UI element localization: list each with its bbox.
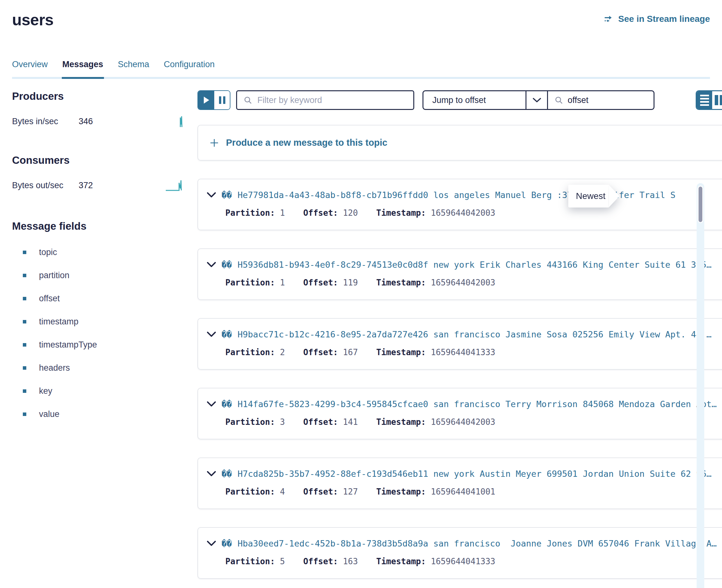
newest-tooltip: Newest bbox=[568, 185, 619, 208]
keyword-filter-input[interactable] bbox=[257, 96, 407, 105]
list-view-button[interactable] bbox=[697, 91, 712, 109]
tab-messages[interactable]: Messages bbox=[62, 60, 103, 69]
message-key-bytes: �� bbox=[222, 330, 232, 339]
message-row[interactable]: �� H7cda825b-35b7-4952-88ef-c193d546eb11… bbox=[198, 458, 722, 509]
partition-value: 1 bbox=[280, 278, 285, 287]
field-item-partition[interactable]: partition bbox=[23, 271, 198, 280]
offset-label: Offset: bbox=[303, 208, 338, 218]
square-bullet-icon bbox=[23, 343, 26, 346]
pause-button[interactable] bbox=[214, 91, 230, 109]
offset-label: Offset: bbox=[303, 348, 338, 357]
keyword-filter[interactable] bbox=[236, 90, 414, 110]
message-key-bytes: �� bbox=[222, 190, 232, 200]
partition-value: 5 bbox=[280, 556, 285, 566]
timestamp-value: 1659644042003 bbox=[431, 278, 495, 287]
offset-search-input[interactable] bbox=[568, 96, 655, 105]
message-value-preview: Hba30eed7-1edc-452b-8b1a-738d3b5d8a9a sa… bbox=[238, 539, 717, 548]
consumers-heading: Consumers bbox=[12, 154, 198, 166]
offset-value: 167 bbox=[343, 348, 358, 357]
message-key-bytes: �� bbox=[222, 539, 232, 548]
tab-overview[interactable]: Overview bbox=[12, 60, 48, 69]
message-value-preview: H7cda825b-35b7-4952-88ef-c193d546eb11 ne… bbox=[238, 469, 717, 479]
search-icon bbox=[243, 96, 252, 105]
page-title: users bbox=[12, 11, 54, 29]
pause-icon bbox=[219, 96, 221, 104]
produce-message-button[interactable]: Produce a new message to this topic bbox=[198, 125, 722, 161]
partition-label: Partition: bbox=[225, 556, 275, 566]
play-button[interactable] bbox=[198, 91, 214, 109]
newest-tooltip-label: Newest bbox=[568, 185, 608, 208]
bytes-in-label: Bytes in/sec bbox=[12, 117, 79, 126]
message-key-bytes: �� bbox=[222, 469, 232, 479]
view-mode-toggle bbox=[696, 90, 722, 110]
message-row[interactable]: �� Hba30eed7-1edc-452b-8b1a-738d3b5d8a9a… bbox=[198, 527, 722, 579]
partition-value: 4 bbox=[280, 487, 285, 497]
message-row[interactable]: �� He77981da-4a43-48ab-b8f8-cb71b96ffdd0… bbox=[198, 179, 722, 230]
message-row[interactable]: �� H14fa67fe-5823-4299-b3c4-595845cfcae0… bbox=[198, 388, 722, 439]
page-header: users See in Stream lineage bbox=[12, 0, 710, 29]
timestamp-value: 1659644042003 bbox=[431, 417, 495, 427]
field-item-timestampType[interactable]: timestampType bbox=[23, 340, 198, 350]
tab-schema[interactable]: Schema bbox=[118, 60, 149, 69]
offset-value: 127 bbox=[343, 487, 358, 497]
field-item-value[interactable]: value bbox=[23, 409, 198, 419]
bytes-out-label: Bytes out/sec bbox=[12, 181, 79, 190]
messages-scrollbar-track[interactable] bbox=[697, 183, 704, 588]
field-item-topic[interactable]: topic bbox=[23, 248, 198, 257]
partition-label: Partition: bbox=[225, 487, 275, 497]
square-bullet-icon bbox=[23, 251, 26, 254]
column-view-button[interactable] bbox=[712, 91, 722, 109]
offset-search-field[interactable] bbox=[547, 91, 654, 109]
partition-value: 3 bbox=[280, 417, 285, 427]
expand-chevron-icon[interactable] bbox=[207, 192, 216, 198]
message-row[interactable]: �� H9bacc71c-b12c-4216-8e95-2a7da727e426… bbox=[198, 318, 722, 370]
offset-value: 120 bbox=[343, 208, 358, 218]
producers-heading: Producers bbox=[12, 90, 198, 102]
metrics-sidebar: Producers Bytes in/sec 346 Consumers Byt… bbox=[12, 90, 198, 588]
messages-scrollbar-thumb[interactable] bbox=[698, 186, 703, 223]
offset-label: Offset: bbox=[303, 417, 338, 427]
field-item-key[interactable]: key bbox=[23, 386, 198, 396]
expand-chevron-icon[interactable] bbox=[207, 262, 216, 267]
play-icon bbox=[204, 97, 209, 104]
offset-label: Offset: bbox=[303, 487, 338, 497]
chevron-down-icon[interactable] bbox=[525, 91, 547, 109]
partition-label: Partition: bbox=[225, 417, 275, 427]
bytes-in-sparkline bbox=[176, 114, 185, 128]
expand-chevron-icon[interactable] bbox=[207, 401, 216, 407]
message-value-preview: H5936db81-b943-4e0f-8c29-74513e0c0d8f ne… bbox=[238, 260, 717, 270]
expand-chevron-icon[interactable] bbox=[207, 332, 216, 337]
partition-value: 2 bbox=[280, 348, 285, 357]
bytes-in-metric: Bytes in/sec 346 bbox=[12, 114, 198, 128]
offset-value: 141 bbox=[343, 417, 358, 427]
search-icon bbox=[554, 96, 563, 105]
list-view-icon bbox=[700, 95, 709, 96]
tab-bar: Overview Messages Schema Configuration bbox=[12, 60, 710, 79]
offset-value: 163 bbox=[343, 556, 358, 566]
square-bullet-icon bbox=[23, 320, 26, 323]
message-row[interactable]: �� H5936db81-b943-4e0f-8c29-74513e0c0d8f… bbox=[198, 248, 722, 300]
field-item-timestamp[interactable]: timestamp bbox=[23, 317, 198, 327]
square-bullet-icon bbox=[23, 274, 26, 277]
see-in-stream-lineage-link[interactable]: See in Stream lineage bbox=[604, 14, 710, 24]
field-item-offset[interactable]: offset bbox=[23, 294, 198, 303]
timestamp-label: Timestamp: bbox=[376, 556, 426, 566]
partition-label: Partition: bbox=[225, 278, 275, 287]
timestamp-value: 1659644041333 bbox=[431, 348, 495, 357]
message-value-preview: H14fa67fe-5823-4299-b3c4-595845cfcae0 sa… bbox=[238, 399, 717, 409]
messages-panel: Jump to offset bbox=[198, 90, 722, 588]
expand-chevron-icon[interactable] bbox=[207, 471, 216, 477]
tab-configuration[interactable]: Configuration bbox=[164, 60, 215, 69]
jump-to-offset-select[interactable]: Jump to offset bbox=[424, 91, 525, 109]
square-bullet-icon bbox=[23, 390, 26, 393]
partition-value: 1 bbox=[280, 208, 285, 218]
expand-chevron-icon[interactable] bbox=[207, 541, 216, 546]
square-bullet-icon bbox=[23, 366, 26, 370]
field-item-headers[interactable]: headers bbox=[23, 363, 198, 373]
stream-lineage-icon bbox=[604, 15, 615, 23]
partition-label: Partition: bbox=[225, 208, 275, 218]
timestamp-label: Timestamp: bbox=[376, 487, 426, 497]
timestamp-label: Timestamp: bbox=[376, 208, 426, 218]
timestamp-label: Timestamp: bbox=[376, 348, 426, 357]
timestamp-label: Timestamp: bbox=[376, 417, 426, 427]
